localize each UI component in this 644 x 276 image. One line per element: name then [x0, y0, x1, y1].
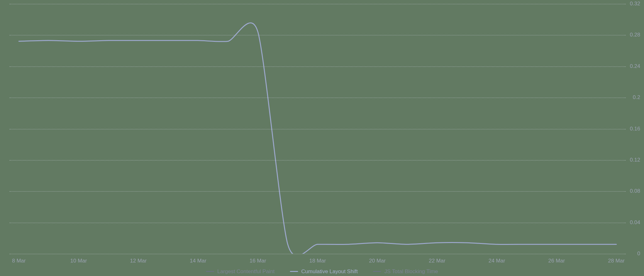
series-cumulative-layout-shift: [19, 23, 616, 254]
gridline: [9, 223, 626, 223]
y-tick-label: 0.2: [621, 94, 640, 101]
gridline: [9, 66, 626, 67]
gridline: [9, 160, 626, 161]
y-tick-label: 0.04: [621, 219, 640, 226]
x-tick-label: 20 Mar: [369, 258, 386, 264]
y-tick-label: 0.24: [621, 63, 640, 69]
y-tick-label: 0.12: [621, 157, 640, 163]
gridline: [9, 4, 626, 4]
y-tick-label: 0.28: [621, 32, 640, 38]
x-tick-label: 18 Mar: [309, 258, 326, 264]
legend-item-tbt[interactable]: JS Total Blocking Time: [373, 268, 438, 275]
legend-label-lcp: Largest Contentful Paint: [217, 268, 275, 275]
legend: Largest Contentful Paint Cumulative Layo…: [0, 267, 644, 275]
x-tick-label: 24 Mar: [489, 258, 505, 264]
legend-label-cls: Cumulative Layout Shift: [301, 268, 358, 275]
gridline: [9, 254, 626, 254]
gridline: [9, 97, 626, 98]
x-tick-label: 28 Mar: [608, 258, 625, 264]
x-tick-label: 22 Mar: [429, 258, 446, 264]
legend-swatch-cls: [290, 271, 298, 272]
x-tick-label: 26 Mar: [548, 258, 565, 264]
y-tick-label: 0.16: [621, 126, 640, 132]
legend-item-lcp[interactable]: Largest Contentful Paint: [206, 268, 275, 275]
y-tick-label: 0: [621, 251, 640, 257]
chart: Largest Contentful Paint Cumulative Layo…: [0, 0, 644, 276]
gridline: [9, 35, 626, 36]
gridline: [9, 191, 626, 192]
x-tick-label: 10 Mar: [70, 258, 87, 264]
y-tick-label: 0.08: [621, 188, 640, 194]
x-tick-label: 12 Mar: [130, 258, 147, 264]
plot-area: [9, 4, 626, 254]
gridline: [9, 129, 626, 130]
x-tick-label: 14 Mar: [190, 258, 207, 264]
legend-swatch-lcp: [206, 271, 214, 272]
legend-label-tbt: JS Total Blocking Time: [384, 268, 438, 275]
x-tick-label: 16 Mar: [250, 258, 266, 264]
y-tick-label: 0.32: [621, 1, 640, 7]
legend-swatch-tbt: [373, 271, 381, 272]
x-tick-label: 8 Mar: [12, 258, 25, 264]
legend-item-cls[interactable]: Cumulative Layout Shift: [290, 268, 358, 275]
